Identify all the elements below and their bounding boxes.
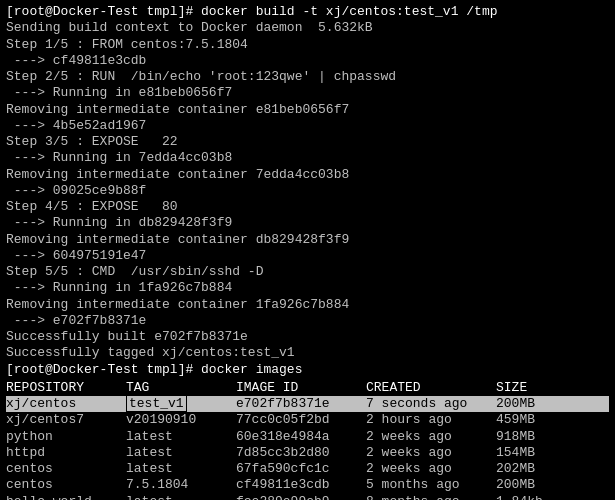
cell-repository: centos	[6, 477, 126, 493]
table-row: xj/centostest_v1e702f7b8371e7 seconds ag…	[6, 396, 609, 412]
cell-tag: 7.5.1804	[126, 477, 236, 493]
terminal-line: ---> Running in db829428f3f9	[6, 215, 609, 231]
terminal-line: ---> cf49811e3cdb	[6, 53, 609, 69]
cell-tag: latest	[126, 445, 236, 461]
header-size: SIZE	[496, 380, 576, 396]
terminal-line: Removing intermediate container 1fa926c7…	[6, 297, 609, 313]
header-tag: TAG	[126, 380, 236, 396]
terminal-line: Step 3/5 : EXPOSE 22	[6, 134, 609, 150]
cell-image-id: 7d85cc3b2d80	[236, 445, 366, 461]
cell-repository: xj/centos	[6, 396, 126, 412]
cell-size: 1.84kb	[496, 494, 576, 501]
docker-images-table: REPOSITORY TAG IMAGE ID CREATED SIZE xj/…	[6, 380, 609, 500]
header-created: CREATED	[366, 380, 496, 396]
cell-size: 202MB	[496, 461, 576, 477]
header-repository: REPOSITORY	[6, 380, 126, 396]
cell-created: 2 weeks ago	[366, 445, 496, 461]
terminal-line: Removing intermediate container e81beb06…	[6, 102, 609, 118]
terminal-line: [root@Docker-Test tmpl]# docker build -t…	[6, 4, 609, 20]
cell-created: 2 hours ago	[366, 412, 496, 428]
cell-created: 8 months ago	[366, 494, 496, 501]
cell-size: 200MB	[496, 477, 576, 493]
table-row: httpdlatest7d85cc3b2d802 weeks ago154MB	[6, 445, 609, 461]
cell-tag: v20190910	[126, 412, 236, 428]
cell-tag: latest	[126, 461, 236, 477]
table-row: centoslatest67fa590cfc1c2 weeks ago202MB	[6, 461, 609, 477]
terminal-line: ---> e702f7b8371e	[6, 313, 609, 329]
table-header: REPOSITORY TAG IMAGE ID CREATED SIZE	[6, 380, 609, 396]
terminal-line: ---> Running in 1fa926c7b884	[6, 280, 609, 296]
terminal-line: Successfully built e702f7b8371e	[6, 329, 609, 345]
cell-tag: latest	[126, 494, 236, 501]
terminal-line: ---> 4b5e52ad1967	[6, 118, 609, 134]
terminal-line: Successfully tagged xj/centos:test_v1	[6, 345, 609, 361]
table-row: centos7.5.1804cf49811e3cdb5 months ago20…	[6, 477, 609, 493]
cell-repository: hello-world	[6, 494, 126, 501]
cell-created: 2 weeks ago	[366, 461, 496, 477]
terminal-line: Removing intermediate container 7edda4cc…	[6, 167, 609, 183]
cell-tag: latest	[126, 429, 236, 445]
terminal-line: [root@Docker-Test tmpl]# docker images	[6, 362, 609, 378]
cell-repository: httpd	[6, 445, 126, 461]
terminal-line: ---> 604975191e47	[6, 248, 609, 264]
table-row: xj/centos7v2019091077cc0c05f2bd2 hours a…	[6, 412, 609, 428]
header-image-id: IMAGE ID	[236, 380, 366, 396]
cell-size: 918MB	[496, 429, 576, 445]
cell-repository: python	[6, 429, 126, 445]
cell-image-id: 67fa590cfc1c	[236, 461, 366, 477]
terminal-line: Sending build context to Docker daemon 5…	[6, 20, 609, 36]
terminal: [root@Docker-Test tmpl]# docker build -t…	[0, 0, 615, 500]
cell-created: 7 seconds ago	[366, 396, 496, 412]
cell-image-id: e702f7b8371e	[236, 396, 366, 412]
terminal-line: Step 4/5 : EXPOSE 80	[6, 199, 609, 215]
terminal-line: Removing intermediate container db829428…	[6, 232, 609, 248]
cell-size: 154MB	[496, 445, 576, 461]
terminal-line: ---> Running in e81beb0656f7	[6, 85, 609, 101]
table-row: hello-worldlatestfce289e99eb98 months ag…	[6, 494, 609, 501]
cell-repository: centos	[6, 461, 126, 477]
cell-created: 2 weeks ago	[366, 429, 496, 445]
cell-repository: xj/centos7	[6, 412, 126, 428]
cell-size: 200MB	[496, 396, 576, 412]
cell-image-id: 60e318e4984a	[236, 429, 366, 445]
terminal-line: ---> Running in 7edda4cc03b8	[6, 150, 609, 166]
cell-created: 5 months ago	[366, 477, 496, 493]
terminal-line: Step 1/5 : FROM centos:7.5.1804	[6, 37, 609, 53]
terminal-line: ---> 09025ce9b88f	[6, 183, 609, 199]
cell-image-id: cf49811e3cdb	[236, 477, 366, 493]
cell-image-id: fce289e99eb9	[236, 494, 366, 501]
cell-tag: test_v1	[126, 396, 236, 412]
table-row: pythonlatest60e318e4984a2 weeks ago918MB	[6, 429, 609, 445]
terminal-line: Step 5/5 : CMD /usr/sbin/sshd -D	[6, 264, 609, 280]
cell-size: 459MB	[496, 412, 576, 428]
cell-image-id: 77cc0c05f2bd	[236, 412, 366, 428]
terminal-line: Step 2/5 : RUN /bin/echo 'root:123qwe' |…	[6, 69, 609, 85]
